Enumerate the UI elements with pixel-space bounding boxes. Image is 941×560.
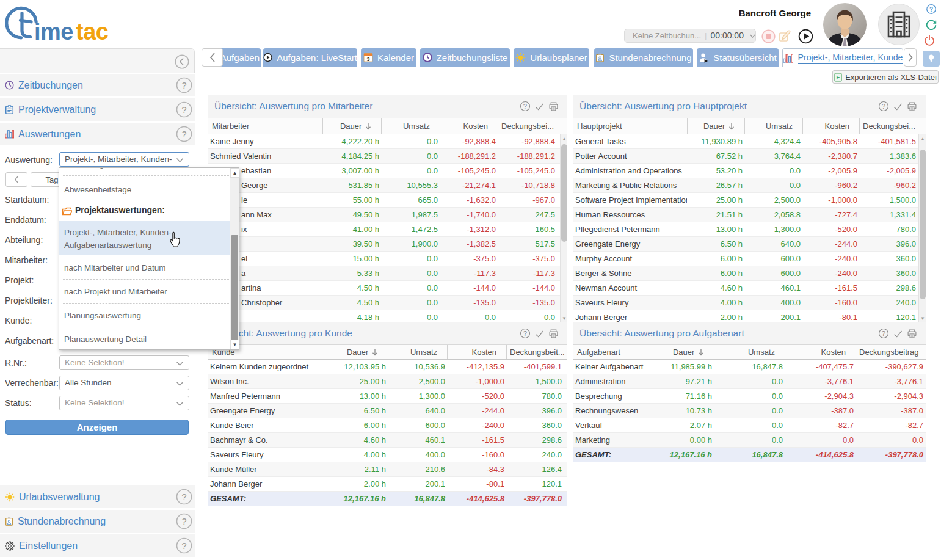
svg-text:?: ?: [181, 517, 186, 526]
svg-text:E: E: [837, 75, 840, 81]
svg-text:?: ?: [181, 81, 186, 90]
svg-text:?: ?: [882, 103, 885, 110]
svg-text:?: ?: [523, 330, 527, 337]
svg-text:?: ?: [181, 105, 186, 115]
svg-text:ime: ime: [34, 19, 73, 45]
svg-text:?: ?: [181, 129, 186, 139]
svg-text:tac: tac: [76, 19, 109, 45]
svg-text:?: ?: [882, 330, 885, 337]
svg-text:?: ?: [929, 6, 933, 13]
svg-text:?: ?: [181, 492, 186, 502]
svg-text:3: 3: [366, 56, 369, 62]
svg-text:?: ?: [181, 541, 186, 551]
svg-text:?: ?: [523, 103, 527, 110]
